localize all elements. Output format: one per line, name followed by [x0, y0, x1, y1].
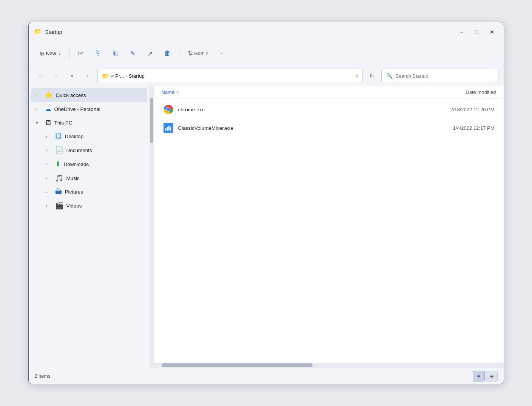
col-name-label: Name [162, 89, 175, 95]
paste-icon: ⎗ [113, 49, 117, 57]
this-pc-icon: 🖥 [45, 119, 51, 127]
sidebar-item-videos[interactable]: › 🎬 Videos [31, 199, 147, 212]
toolbar: ⊕ New ∨ ✂ ⎘ ⎗ ✎ ↗ 🗑 ⇅ Sort ∨ ··· [29, 42, 504, 65]
maximize-button[interactable]: □ [470, 27, 483, 37]
search-input[interactable] [396, 73, 493, 79]
new-button[interactable]: ⊕ New ∨ [35, 48, 65, 59]
back-button[interactable]: ← [34, 69, 47, 82]
toolbar-separator-2 [179, 48, 179, 60]
close-button[interactable]: ✕ [486, 27, 498, 37]
videos-icon: 🎬 [55, 201, 63, 210]
sidebar-item-onedrive[interactable]: › ☁ OneDrive - Personal [31, 102, 147, 116]
svg-point-2 [167, 108, 170, 111]
sidebar-item-music[interactable]: › 🎵 Music [31, 171, 147, 185]
view-list-icon: ≡ [477, 373, 480, 379]
up-button[interactable]: ↑ [82, 69, 94, 82]
documents-chevron: › [46, 148, 52, 152]
more-options-button[interactable]: ··· [215, 48, 228, 58]
chrome-file-date: 2/18/2022 12:20 PM [412, 107, 495, 112]
col-sort-arrow: ∧ [176, 90, 179, 95]
sort-label: Sort [194, 51, 204, 56]
sidebar-item-pictures[interactable]: › 🏔 Pictures [31, 185, 147, 198]
column-date-header[interactable]: Date modified [413, 89, 496, 95]
refresh-button[interactable]: ↻ [365, 69, 378, 82]
window-icon: 📁 [34, 28, 42, 36]
breadcrumb-folder-icon: 📁 [102, 72, 109, 80]
search-icon: 🔍 [386, 73, 393, 79]
window-title: Startup [45, 29, 62, 35]
cut-icon: ✂ [78, 49, 83, 58]
sidebar-scrollbar-thumb[interactable] [150, 98, 153, 143]
sidebar-item-documents[interactable]: › 📄 Documents [31, 143, 147, 157]
documents-icon: 📄 [55, 146, 63, 154]
onedrive-chevron: › [35, 107, 42, 111]
pictures-label: Pictures [65, 189, 83, 195]
forward-button[interactable]: → [50, 69, 63, 82]
share-icon: ↗ [147, 49, 153, 58]
copy-icon: ⎘ [96, 49, 100, 57]
view-list-button[interactable]: ≡ [473, 371, 485, 381]
sidebar-item-downloads[interactable]: › ⬇ Downloads [31, 157, 147, 171]
sort-button[interactable]: ⇅ Sort ∨ [183, 48, 213, 59]
address-bar[interactable]: 📁 « Pr... › Startup ∨ [97, 69, 362, 83]
sidebar-item-desktop[interactable]: › 🖼 Desktop [31, 130, 147, 143]
column-name-header[interactable]: Name ∧ [162, 89, 413, 95]
recent-locations-button[interactable]: ∨ [66, 69, 79, 82]
sidebar-scrollbar[interactable] [150, 86, 154, 368]
status-item-count: 2 items [35, 373, 51, 379]
sidebar-item-this-pc[interactable]: ∨ 🖥 This PC [31, 116, 147, 129]
svg-rect-5 [168, 126, 170, 131]
music-icon: 🎵 [55, 174, 63, 182]
address-area: ← → ∨ ↑ 📁 « Pr... › Startup ∨ ↻ 🔍 [29, 65, 504, 86]
new-label: New [46, 51, 56, 56]
title-bar-left: 📁 Startup [34, 28, 62, 36]
onedrive-icon: ☁ [45, 105, 51, 113]
breadcrumb-prefix: « Pr... [111, 73, 124, 79]
address-chevron-icon: ∨ [355, 73, 358, 78]
h-scrollbar[interactable] [154, 363, 504, 368]
music-label: Music [66, 175, 80, 181]
downloads-icon: ⬇ [55, 160, 61, 168]
desktop-label: Desktop [65, 134, 84, 139]
h-scrollbar-thumb[interactable] [162, 363, 313, 367]
delete-button[interactable]: 🗑 [160, 46, 175, 61]
videos-label: Videos [66, 203, 82, 209]
quick-access-label: Quick access [56, 92, 86, 98]
volmix-file-name: ClassicVolumeMixer.exe [178, 125, 407, 131]
minimize-button[interactable]: − [455, 27, 468, 37]
view-buttons: ≡ ⊞ [473, 371, 498, 381]
file-header: Name ∧ Date modified [154, 86, 504, 98]
main-area: › ⭐ Quick access › ☁ OneDrive - Personal… [29, 86, 504, 368]
cut-button[interactable]: ✂ [73, 46, 88, 61]
volmix-file-date: 1/4/2022 12:17 PM [412, 125, 495, 131]
delete-icon: 🗑 [164, 49, 171, 57]
documents-label: Documents [66, 148, 92, 153]
music-chevron: › [46, 176, 52, 180]
share-button[interactable]: ↗ [143, 46, 158, 61]
search-bar[interactable]: 🔍 [381, 69, 498, 83]
copy-button[interactable]: ⎘ [91, 46, 106, 61]
downloads-label: Downloads [64, 161, 89, 167]
file-area: Name ∧ Date modified [154, 86, 504, 368]
videos-chevron: › [46, 203, 52, 208]
new-chevron-icon: ∨ [58, 51, 61, 55]
window: 📁 Startup − □ ✕ ⊕ New ∨ ✂ ⎘ ⎗ ✎ ↗ [28, 22, 504, 384]
sidebar-item-quick-access[interactable]: › ⭐ Quick access [31, 88, 147, 102]
forward-icon: → [53, 73, 59, 79]
sort-chevron-icon: ∨ [205, 51, 208, 55]
view-tiles-button[interactable]: ⊞ [486, 371, 498, 381]
toolbar-separator-1 [69, 48, 69, 60]
downloads-chevron: › [46, 162, 52, 166]
breadcrumb-current: Startup [129, 73, 145, 79]
file-list: chrome.exe 2/18/2022 12:20 PM [154, 98, 504, 363]
file-row-chrome[interactable]: chrome.exe 2/18/2022 12:20 PM [156, 100, 502, 118]
file-row-classicvolumemixer[interactable]: ClassicVolumeMixer.exe 1/4/2022 12:17 PM [156, 119, 502, 137]
volmix-file-icon [163, 123, 174, 133]
onedrive-label: OneDrive - Personal [54, 106, 100, 112]
svg-rect-6 [170, 127, 171, 131]
quick-access-icon: ⭐ [45, 91, 53, 99]
paste-button[interactable]: ⎗ [108, 46, 123, 61]
title-bar-controls: − □ ✕ [455, 27, 498, 37]
rename-button[interactable]: ✎ [125, 46, 140, 61]
more-icon: ··· [219, 51, 224, 56]
